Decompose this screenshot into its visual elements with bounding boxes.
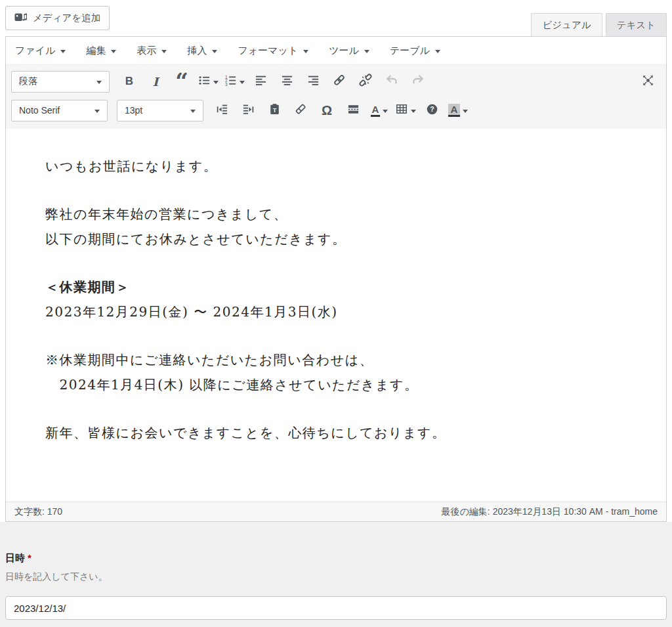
required-asterisk: * [28, 552, 32, 563]
menu-label: 編集 [86, 45, 106, 57]
bullet-list-button[interactable] [198, 71, 219, 92]
svg-text:T: T [272, 107, 276, 114]
eraser-icon [294, 102, 307, 118]
text-color-button[interactable]: A [369, 100, 390, 121]
menu-item-view[interactable]: 表示 [136, 45, 167, 57]
paragraph: いつもお世話になります。 [45, 154, 627, 179]
align-center-icon [281, 74, 293, 89]
font-family-select[interactable]: Noto Serif [11, 100, 108, 121]
numbered-list-icon: 1 2 3 [224, 74, 237, 89]
chevron-down-icon [161, 50, 167, 53]
align-right-button[interactable] [303, 71, 324, 92]
editor-header: メディアを追加 ビジュアル テキスト [5, 0, 667, 36]
align-center-button[interactable] [276, 71, 297, 92]
menu-label: ファイル [15, 45, 55, 57]
bold-button[interactable]: B [119, 71, 140, 92]
editor-content[interactable]: いつもお世話になります。 弊社の年末年始の営業につきまして、 以下の期間にてお休… [6, 129, 666, 502]
menu-item-edit[interactable]: 編集 [86, 45, 116, 57]
italic-icon: I [153, 75, 158, 89]
tab-visual[interactable]: ビジュアル [531, 13, 602, 36]
editor-line: 新年、皆様にお会いできますことを、心待ちにしております。 [45, 420, 627, 445]
redo-button[interactable] [408, 71, 429, 92]
read-more-icon [347, 103, 360, 118]
menu-item-format[interactable]: フォーマット [238, 45, 308, 57]
paste-as-text-icon: T [268, 103, 281, 118]
editor-line: いつもお世話になります。 [45, 154, 627, 179]
tab-text[interactable]: テキスト [606, 13, 667, 36]
datetime-field-section: 日時* 日時を記入して下さい。 [0, 522, 672, 620]
menu-item-tools[interactable]: ツール [329, 45, 369, 57]
editor-line: ＜休業期間＞ [45, 274, 627, 299]
clear-formatting-button[interactable] [290, 100, 311, 121]
menu-item-table[interactable]: テーブル [390, 45, 440, 57]
paragraph: ※休業期間中にご連絡いただいたお問い合わせは、 2024年1月4日(木) 以降に… [45, 347, 627, 397]
outdent-icon [216, 103, 228, 118]
menu-label: ツール [329, 45, 359, 57]
text-color-icon: A [371, 104, 381, 117]
paste-as-text-button[interactable]: T [264, 100, 285, 121]
table-icon [395, 102, 408, 118]
background-color-button[interactable]: A [448, 100, 469, 121]
redo-icon [411, 74, 425, 89]
link-icon [333, 74, 346, 89]
editor-page-top: メディアを追加 ビジュアル テキスト ファイル 編集 表示 挿入 [0, 0, 672, 522]
chevron-down-icon [303, 50, 308, 53]
char-count: 文字数: 170 [14, 506, 62, 518]
datetime-help-text: 日時を記入して下さい。 [5, 571, 667, 583]
editor-line: 2024年1月4日(木) 以降にご連絡させていただきます。 [45, 372, 627, 397]
editor-mode-tabs: ビジュアル テキスト [531, 13, 667, 36]
unlink-button[interactable] [355, 71, 376, 92]
read-more-button[interactable] [343, 100, 364, 121]
link-button[interactable] [329, 71, 350, 92]
block-format-select[interactable]: 段落 [11, 71, 110, 93]
bullet-list-icon [198, 74, 211, 89]
font-size-select[interactable]: 13pt [117, 100, 203, 121]
menu-item-insert[interactable]: 挿入 [187, 45, 217, 57]
editor-line: 2023年12月29日(金) 〜 2024年1月3日(水) [45, 299, 627, 324]
chevron-down-icon [383, 110, 388, 113]
align-right-icon [307, 74, 320, 89]
add-media-icon [14, 12, 28, 25]
editor-line: ※休業期間中にご連絡いただいたお問い合わせは、 [45, 347, 627, 372]
font-size-value: 13pt [125, 105, 142, 116]
undo-icon [385, 74, 398, 89]
datetime-label: 日時* [5, 552, 667, 565]
svg-text:?: ? [430, 106, 434, 113]
statusbar: 文字数: 170 最後の編集: 2023年12月13日 10:30 AM - t… [6, 502, 666, 521]
paragraph: 弊社の年末年始の営業につきまして、 以下の期間にてお休みとさせていただきます。 [45, 202, 627, 251]
unlink-icon [359, 74, 372, 89]
chevron-down-icon [111, 50, 116, 53]
font-family-value: Noto Serif [19, 105, 60, 116]
blockquote-icon: “ [175, 76, 188, 87]
block-format-value: 段落 [19, 76, 37, 87]
menu-label: テーブル [390, 45, 430, 57]
datetime-input[interactable] [5, 596, 667, 620]
special-character-button[interactable]: Ω [316, 100, 337, 121]
toolbar: 段落 B I “ [6, 64, 666, 129]
menu-label: 挿入 [187, 45, 207, 57]
background-color-icon: A [448, 104, 461, 117]
blockquote-button[interactable]: “ [171, 71, 192, 92]
indent-button[interactable] [238, 100, 259, 121]
outdent-button[interactable] [211, 100, 232, 121]
fullscreen-button[interactable] [637, 71, 658, 92]
omega-icon: Ω [322, 103, 332, 118]
chevron-down-icon [463, 110, 468, 113]
menu-item-file[interactable]: ファイル [15, 45, 66, 57]
undo-button[interactable] [381, 71, 402, 92]
menu-label: 表示 [136, 45, 156, 57]
help-button[interactable]: ? [421, 100, 442, 121]
editor-frame: ファイル 編集 表示 挿入 フォーマット ツール [5, 36, 667, 522]
datetime-label-text: 日時 [5, 552, 25, 563]
chevron-down-icon [411, 110, 416, 113]
table-button[interactable] [395, 100, 416, 121]
indent-icon [242, 103, 255, 118]
numbered-list-button[interactable]: 1 2 3 [224, 71, 245, 92]
toolbar-row-2: Noto Serif 13pt [11, 96, 661, 125]
add-media-button[interactable]: メディアを追加 [5, 6, 110, 30]
paragraph: ＜休業期間＞ 2023年12月29日(金) 〜 2024年1月3日(水) [45, 274, 627, 324]
align-left-button[interactable] [250, 71, 271, 92]
italic-button[interactable]: I [145, 71, 166, 92]
chevron-down-icon [435, 50, 440, 53]
chevron-down-icon [364, 50, 369, 53]
